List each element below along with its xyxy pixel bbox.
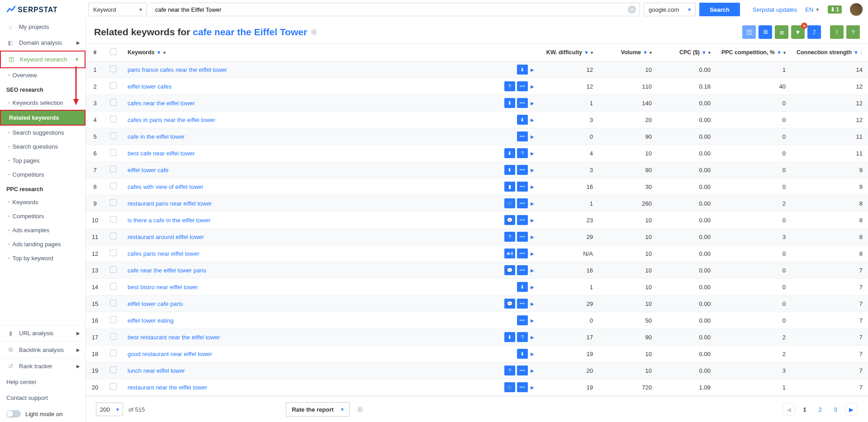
light-mode-toggle[interactable] <box>6 410 21 417</box>
keyword-link[interactable]: best bistro near eiffel tower <box>128 284 517 291</box>
row-checkbox[interactable] <box>110 249 117 256</box>
row-checkbox[interactable] <box>110 350 117 356</box>
serp-feature-badge[interactable]: 💬 <box>504 265 515 275</box>
serp-feature-badge[interactable] <box>517 198 528 208</box>
search-type-select[interactable]: Keyword ▼ <box>88 3 147 16</box>
keyword-link[interactable]: restaurant around eiffel tower <box>128 234 504 240</box>
sidebar-keyword-research[interactable]: ⚿ Keyword research ▼ <box>0 51 85 68</box>
expand-icon[interactable]: ▶ <box>531 151 534 156</box>
expand-icon[interactable]: ▶ <box>531 134 534 139</box>
page-2[interactable]: 2 <box>814 406 826 413</box>
sidebar-search-suggestions[interactable]: Search suggestions <box>0 126 85 140</box>
serp-feature-badge[interactable]: ▮ <box>504 182 515 192</box>
keyword-link[interactable]: restaurant near the eiffel tower <box>128 384 504 391</box>
info-icon[interactable]: i <box>357 406 363 413</box>
language-select[interactable]: EN ▼ <box>805 6 820 13</box>
prev-page-button[interactable]: ◀ <box>782 403 796 416</box>
select-all-checkbox[interactable] <box>110 48 117 55</box>
expand-icon[interactable]: ▶ <box>531 84 534 89</box>
expand-icon[interactable]: ▶ <box>531 67 534 72</box>
row-checkbox[interactable] <box>110 166 117 173</box>
expand-icon[interactable]: ▶ <box>531 234 534 239</box>
expand-icon[interactable]: ▶ <box>531 368 534 373</box>
sidebar-competitors-ppc[interactable]: Competitors <box>0 209 85 223</box>
updates-link[interactable]: Serpstat updates <box>753 6 797 13</box>
row-checkbox[interactable] <box>110 82 117 89</box>
serp-feature-badge[interactable]: ? <box>504 366 515 375</box>
row-checkbox[interactable] <box>110 132 117 139</box>
row-checkbox[interactable] <box>110 233 117 239</box>
col-cpc[interactable]: CPC ($) ▼ ▾ <box>657 44 716 61</box>
serp-feature-badge[interactable] <box>517 315 528 325</box>
download-badge[interactable]: ⬇ 1 <box>828 5 842 14</box>
table-wrap[interactable]: # Keywords ▼ ▾ KW. difficulty ▼ ▾ Volume… <box>86 43 868 396</box>
col-difficulty[interactable]: KW. difficulty ▼ ▾ <box>540 44 598 61</box>
sidebar-help-center[interactable]: Help center <box>0 374 85 390</box>
row-checkbox[interactable] <box>110 366 117 373</box>
sidebar-domain-analysis[interactable]: ◧ Domain analysis ▶ <box>0 35 85 51</box>
row-checkbox[interactable] <box>110 199 117 206</box>
serp-feature-badge[interactable]: ? <box>517 148 528 158</box>
serp-feature-badge[interactable]: 💬 <box>504 299 515 309</box>
sidebar-top-by-keyword[interactable]: Top by keyword <box>0 251 85 265</box>
sidebar-url-analysis[interactable]: ▮ URL analysis ▶ <box>0 325 85 341</box>
serp-feature-badge[interactable]: 🛒 <box>504 198 515 208</box>
tool-help-button[interactable]: ? <box>846 25 860 39</box>
search-button[interactable]: Search <box>699 3 740 16</box>
keyword-link[interactable]: best restaurant near the eiffel tower <box>128 334 504 341</box>
expand-icon[interactable]: ▶ <box>531 285 534 290</box>
sidebar-overview[interactable]: Overview <box>0 68 85 82</box>
keyword-link[interactable]: is there a cafe in the eiffel tower <box>128 217 504 224</box>
serp-feature-badge[interactable]: ⬇ <box>517 115 528 125</box>
keyword-link[interactable]: eiffel tower eating <box>128 317 517 324</box>
avatar[interactable] <box>850 3 863 16</box>
expand-icon[interactable]: ▶ <box>531 301 534 306</box>
page-1[interactable]: 1 <box>798 406 811 413</box>
expand-icon[interactable]: ▶ <box>531 385 534 390</box>
row-checkbox[interactable] <box>110 149 117 156</box>
serp-feature-badge[interactable]: ⬇ <box>504 148 515 158</box>
row-checkbox[interactable] <box>110 99 117 106</box>
keyword-link[interactable]: eiffel tower cafes <box>128 83 504 90</box>
row-checkbox[interactable] <box>110 383 117 390</box>
row-checkbox[interactable] <box>110 266 117 273</box>
serp-feature-badge[interactable] <box>517 232 528 242</box>
serp-feature-badge[interactable] <box>517 81 528 91</box>
search-engine-select[interactable]: google.com ▼ <box>644 3 696 16</box>
serp-feature-badge[interactable]: ⬇ <box>504 98 515 108</box>
sidebar-ads-landing[interactable]: Ads landing pages <box>0 237 85 251</box>
sidebar-my-projects[interactable]: ⌂ My projects <box>0 19 85 35</box>
sidebar-keywords-selection[interactable]: Keywords selection <box>0 96 85 110</box>
keyword-link[interactable]: cafes near the eiffel tower <box>128 100 504 107</box>
keyword-link[interactable]: cafe near the eiffel tower paris <box>128 267 504 274</box>
serp-feature-badge[interactable] <box>517 249 528 258</box>
keyword-link[interactable]: restaurant paris near eiffel tower <box>128 200 504 207</box>
expand-icon[interactable]: ▶ <box>531 318 534 323</box>
expand-icon[interactable]: ▶ <box>531 168 534 173</box>
serp-feature-badge[interactable]: ⬇ <box>504 332 515 342</box>
expand-icon[interactable]: ▶ <box>531 184 534 189</box>
tool-columns-button[interactable]: ≣ <box>775 25 788 39</box>
info-icon[interactable]: i <box>311 29 317 35</box>
tool-key-button[interactable]: ⚿ <box>742 25 756 39</box>
sidebar-related-keywords[interactable]: Related keywords <box>0 110 85 126</box>
serp-feature-badge[interactable] <box>517 265 528 275</box>
sidebar-keywords-ppc[interactable]: Keywords <box>0 195 85 209</box>
close-icon[interactable]: ✕ <box>801 23 807 29</box>
row-checkbox[interactable] <box>110 283 117 290</box>
expand-icon[interactable]: ▶ <box>531 352 534 356</box>
tool-report-button[interactable]: ! <box>830 25 844 39</box>
sidebar-contact-support[interactable]: Contact support <box>0 390 85 406</box>
page-3[interactable]: 3 <box>829 406 842 413</box>
col-keywords[interactable]: Keywords ▼ ▾ <box>122 44 540 61</box>
clear-icon[interactable]: ✕ <box>628 5 636 14</box>
col-num[interactable]: # <box>86 44 104 61</box>
keyword-link[interactable]: paris france cafes near the eiffel tower <box>128 66 517 73</box>
expand-icon[interactable]: ▶ <box>531 117 534 122</box>
sidebar-search-questions[interactable]: Search questions <box>0 140 85 154</box>
serp-feature-badge[interactable]: ⬇ <box>504 165 515 175</box>
serp-feature-badge[interactable]: ⬇ <box>517 282 528 292</box>
expand-icon[interactable]: ▶ <box>531 268 534 273</box>
serp-feature-badge[interactable]: ★# <box>504 249 515 258</box>
rate-report-select[interactable]: Rate the report ▼ <box>286 402 349 417</box>
